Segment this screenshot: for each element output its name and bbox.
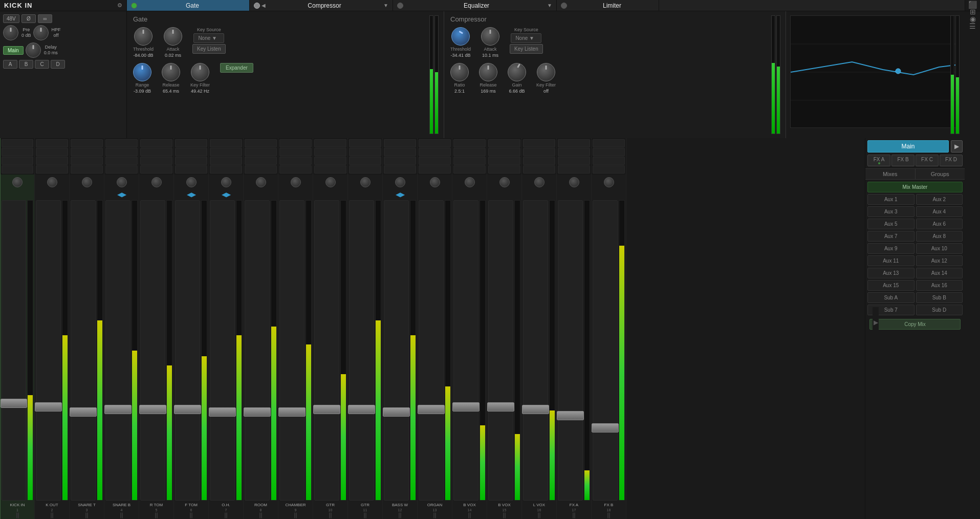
ch-fx-slot-3[interactable] — [558, 157, 590, 165]
gate-keysource-select[interactable]: None ▼ — [193, 33, 224, 43]
gate-keyfilter-knob[interactable] — [191, 63, 209, 81]
ch-fx-slot-4[interactable] — [523, 165, 555, 174]
comp-keysource-select[interactable]: None ▼ — [511, 33, 541, 43]
pre-knob[interactable] — [3, 25, 18, 40]
ch-fx-slot-4[interactable] — [349, 165, 381, 174]
comp-threshold-knob[interactable] — [451, 27, 470, 46]
ch-pan-knob[interactable] — [395, 177, 405, 187]
ch-fader-handle[interactable] — [104, 405, 132, 414]
aux9-item[interactable]: Aux 9 — [867, 243, 914, 254]
ch-fx-slot-3[interactable] — [453, 157, 486, 165]
ch-solo-btn[interactable] — [539, 512, 540, 518]
gate-release-knob[interactable] — [162, 63, 180, 81]
ch-pan-knob[interactable] — [325, 177, 336, 187]
aux2-item[interactable]: Aux 2 — [916, 194, 963, 205]
ch-fader-track[interactable] — [2, 200, 26, 501]
ch-fx-slot-2[interactable] — [245, 148, 277, 156]
ch-fader-handle[interactable] — [35, 402, 62, 412]
ch-fx-slot-4[interactable] — [36, 165, 68, 174]
aux6-item[interactable]: Aux 6 — [916, 219, 963, 229]
ch-pan-knob[interactable] — [47, 177, 57, 187]
ch-fader-track[interactable] — [140, 200, 165, 501]
ch-pan-knob[interactable] — [534, 177, 545, 187]
fx-slot-limiter[interactable]: Limiter — [557, 0, 659, 11]
ch-fx-slot-4[interactable] — [140, 165, 172, 174]
fx-slot-gate[interactable]: Gate — [127, 0, 250, 11]
gate-attack-knob[interactable] — [164, 27, 182, 46]
ch-fx-slot-2[interactable] — [523, 148, 555, 156]
ch-solo-btn[interactable] — [505, 512, 506, 518]
aux4-item[interactable]: Aux 4 — [916, 206, 963, 217]
aux14-item[interactable]: Aux 14 — [916, 268, 963, 278]
ch-mute-btn[interactable] — [399, 512, 400, 518]
ch-fx-slot-2[interactable] — [175, 148, 207, 156]
ch-fader-handle[interactable] — [278, 407, 306, 417]
ch-fx-slot-3[interactable] — [593, 157, 625, 165]
ch-pan-knob[interactable] — [221, 177, 231, 187]
phase-btn[interactable]: Ø — [21, 14, 36, 23]
list-icon[interactable]: ☰ — [969, 23, 976, 30]
copy-mix-btn[interactable]: Copy Mix — [869, 319, 961, 330]
ch-fader-track[interactable] — [488, 200, 513, 501]
compressor-power-btn[interactable] — [254, 3, 260, 9]
ch-pan-knob[interactable] — [151, 177, 162, 187]
ch-fader-track[interactable] — [175, 200, 200, 501]
ch-fader-track[interactable] — [523, 200, 548, 501]
ch-fx-slot-2[interactable] — [105, 148, 138, 156]
ch-fx-slot-1[interactable] — [175, 139, 207, 147]
ch-solo-btn[interactable] — [296, 512, 297, 518]
ch-fx-slot-1[interactable] — [384, 139, 416, 147]
gate-key-listen-btn[interactable]: Key Listen — [192, 44, 226, 54]
ch-fx-slot-3[interactable] — [71, 157, 103, 165]
ch-fx-slot-2[interactable] — [488, 148, 520, 156]
ch-fx-slot-3[interactable] — [384, 157, 416, 165]
btn-b[interactable]: B — [19, 60, 33, 69]
aux15-item[interactable]: Aux 15 — [867, 280, 914, 291]
fxa-btn[interactable]: FX A — [867, 155, 890, 166]
aux8-item[interactable]: Aux 8 — [916, 231, 963, 242]
ch-fader-handle[interactable] — [452, 402, 480, 412]
comp-key-listen-btn[interactable]: Key Listen — [510, 44, 543, 54]
aux10-item[interactable]: Aux 10 — [916, 243, 963, 254]
ch-fx-slot-2[interactable] — [210, 148, 242, 156]
ch-mute-btn[interactable] — [503, 512, 504, 518]
main-send-btn[interactable]: Main — [3, 46, 24, 55]
comp-gain-knob[interactable] — [508, 63, 526, 81]
ch-pan-knob[interactable] — [291, 177, 301, 187]
gate-threshold-knob[interactable] — [134, 27, 153, 46]
ch-mute-btn[interactable] — [294, 512, 295, 518]
ch-fader-track[interactable] — [349, 200, 374, 501]
ch-fx-slot-1[interactable] — [140, 139, 172, 147]
ch-fx-slot-1[interactable] — [523, 139, 555, 147]
fx-slot-equalizer[interactable]: Equalizer ▼ — [393, 0, 557, 11]
hpf-knob[interactable] — [33, 25, 49, 40]
subb-item[interactable]: Sub B — [916, 292, 963, 303]
ch-fx-slot-4[interactable] — [453, 165, 486, 174]
ch-solo-btn[interactable] — [226, 512, 227, 518]
ch-fx-slot-3[interactable] — [175, 157, 207, 165]
ch-fader-handle[interactable] — [383, 407, 410, 417]
ch-fx-slot-4[interactable] — [314, 165, 346, 174]
ch-fx-slot-3[interactable] — [105, 157, 138, 165]
ch-fx-slot-2[interactable] — [314, 148, 346, 156]
limiter-power-btn[interactable] — [561, 3, 567, 9]
ch-solo-btn[interactable] — [609, 512, 610, 518]
ch-fx-slot-1[interactable] — [558, 139, 590, 147]
ch-fader-handle[interactable] — [174, 405, 201, 414]
ch-fx-slot-1[interactable] — [105, 139, 138, 147]
ch-fx-slot-4[interactable] — [210, 165, 242, 174]
aux3-item[interactable]: Aux 3 — [867, 206, 914, 217]
ch-solo-btn[interactable] — [435, 512, 436, 518]
ch-fader-track[interactable] — [279, 200, 304, 501]
ch-fx-slot-2[interactable] — [453, 148, 486, 156]
ch-pan-knob[interactable] — [569, 177, 579, 187]
ch-mute-btn[interactable] — [538, 512, 539, 518]
ch-fx-slot-4[interactable] — [419, 165, 451, 174]
comp-keyfilter-knob[interactable] — [537, 63, 555, 81]
aux11-item[interactable]: Aux 11 — [867, 255, 914, 266]
btn-d[interactable]: D — [51, 60, 65, 69]
groups-btn[interactable]: Groups — [916, 169, 965, 179]
ch-fader-track[interactable] — [593, 200, 618, 501]
ch-solo-btn[interactable] — [400, 512, 401, 518]
aux16-item[interactable]: Aux 16 — [916, 280, 963, 291]
